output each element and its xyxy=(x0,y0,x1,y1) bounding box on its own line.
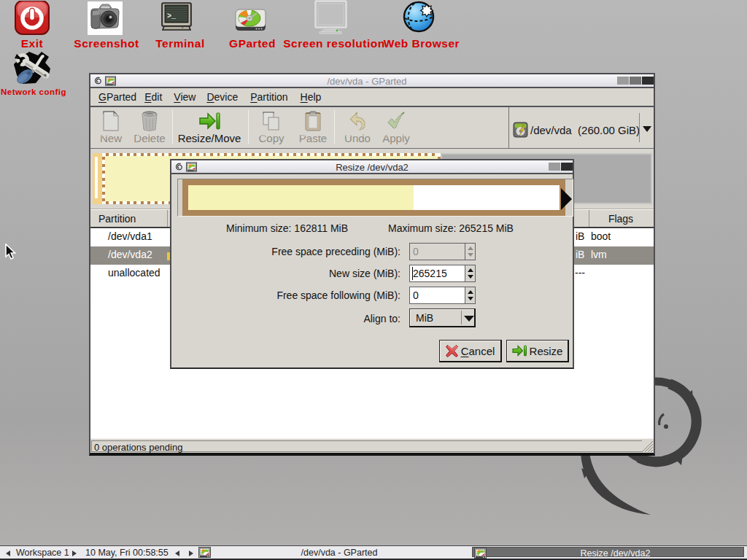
svg-text:>_: >_ xyxy=(167,12,177,20)
